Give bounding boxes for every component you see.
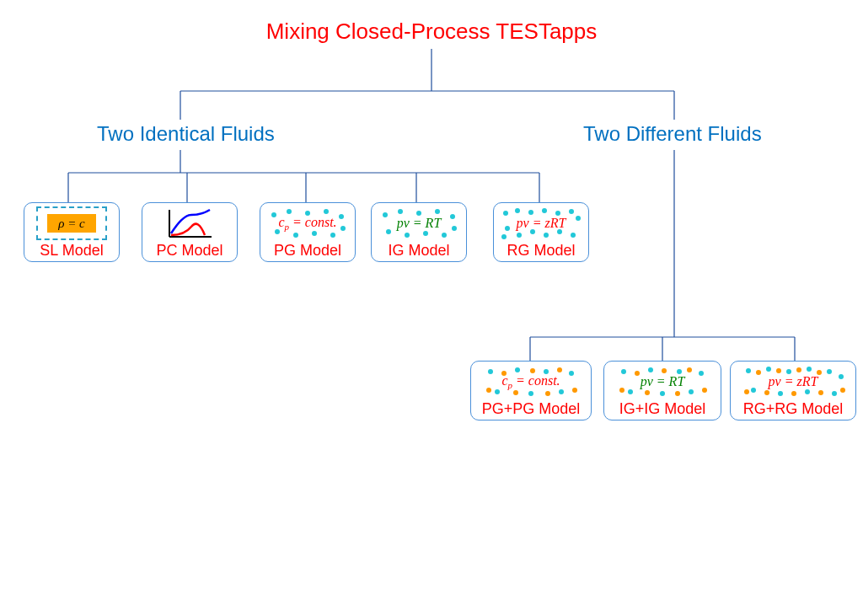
node-sl-model[interactable]: ρ = c SL Model: [24, 202, 120, 262]
svg-point-90: [756, 370, 761, 375]
formula: cp = const.: [278, 215, 336, 232]
svg-point-98: [840, 388, 845, 393]
svg-point-50: [571, 233, 576, 238]
svg-point-36: [442, 233, 447, 238]
svg-point-94: [744, 389, 749, 394]
svg-point-61: [557, 367, 562, 372]
svg-point-70: [628, 389, 633, 394]
formula: pv = zRT: [769, 374, 818, 389]
svg-point-46: [517, 233, 522, 238]
svg-point-88: [805, 389, 810, 394]
svg-point-57: [528, 391, 533, 396]
svg-point-56: [495, 389, 500, 394]
node-label: IG Model: [388, 242, 449, 260]
node-label: PG Model: [274, 242, 341, 260]
pgpg-model-icon: cp = const.: [482, 365, 580, 399]
svg-point-80: [746, 368, 751, 373]
svg-point-51: [501, 234, 507, 239]
svg-point-75: [687, 367, 692, 372]
svg-point-63: [513, 390, 518, 395]
sl-model-icon: ρ = c: [35, 206, 108, 240]
svg-point-31: [435, 209, 440, 214]
diagram-title: Mixing Closed-Process TESTapps: [0, 19, 863, 45]
node-label: RG+RG Model: [743, 400, 844, 418]
svg-point-86: [751, 388, 756, 393]
svg-point-87: [778, 391, 783, 396]
svg-point-40: [528, 210, 533, 215]
svg-point-71: [660, 391, 665, 396]
svg-point-69: [699, 371, 704, 376]
svg-point-81: [766, 367, 771, 372]
svg-point-97: [818, 390, 823, 395]
formula: pv = RT: [641, 374, 685, 389]
svg-point-52: [488, 369, 493, 374]
svg-point-85: [839, 374, 844, 379]
node-label: PG+PG Model: [482, 400, 581, 418]
svg-point-37: [452, 226, 457, 231]
formula: cp = const.: [501, 373, 560, 390]
svg-point-96: [791, 391, 796, 396]
node-pgpg-model[interactable]: cp = const. PG+PG Model: [470, 361, 592, 420]
svg-point-29: [398, 209, 403, 214]
pg-model-icon: cp = const.: [271, 206, 344, 240]
node-label: RG Model: [507, 242, 575, 260]
svg-point-24: [293, 233, 298, 238]
svg-point-65: [572, 388, 577, 393]
svg-point-91: [776, 368, 781, 373]
rgrg-model-icon: pv = zRT: [742, 365, 844, 399]
svg-point-67: [648, 367, 653, 372]
svg-point-55: [569, 371, 574, 376]
svg-point-44: [576, 216, 581, 221]
branch-different-fluids[interactable]: Two Different Fluids: [583, 122, 762, 146]
svg-point-18: [271, 212, 276, 217]
svg-point-74: [662, 368, 667, 373]
svg-point-78: [675, 391, 680, 396]
svg-point-21: [324, 209, 329, 214]
svg-point-34: [405, 233, 410, 238]
svg-point-39: [515, 208, 520, 213]
svg-point-22: [339, 214, 344, 219]
formula: pv = RT: [397, 216, 442, 231]
svg-point-26: [330, 233, 335, 238]
node-label: PC Model: [156, 242, 222, 260]
ig-model-icon: pv = RT: [383, 206, 455, 240]
svg-point-84: [827, 369, 832, 374]
svg-point-66: [621, 369, 626, 374]
svg-point-64: [545, 391, 550, 396]
connector-lines: [0, 0, 863, 616]
svg-point-76: [619, 388, 624, 393]
rg-model-icon: pv = zRT: [505, 206, 577, 240]
svg-point-77: [645, 390, 650, 395]
node-pc-model[interactable]: PC Model: [142, 202, 238, 262]
node-pg-model[interactable]: cp = const. PG Model: [260, 202, 356, 262]
node-rgrg-model[interactable]: pv = zRT RG+RG Model: [730, 361, 856, 420]
svg-point-92: [796, 367, 801, 372]
svg-point-35: [423, 231, 428, 236]
svg-point-62: [486, 388, 491, 393]
node-label: SL Model: [40, 242, 103, 260]
svg-point-72: [689, 389, 694, 394]
svg-point-89: [832, 391, 837, 396]
svg-point-95: [764, 390, 769, 395]
node-igig-model[interactable]: pv = RT IG+IG Model: [603, 361, 721, 420]
svg-point-28: [383, 212, 388, 217]
svg-point-27: [340, 226, 346, 231]
svg-point-53: [515, 367, 520, 372]
formula: pv = zRT: [517, 216, 566, 231]
branch-identical-fluids[interactable]: Two Identical Fluids: [97, 122, 275, 146]
node-ig-model[interactable]: pv = RT IG Model: [371, 202, 467, 262]
svg-point-32: [450, 214, 455, 219]
node-rg-model[interactable]: pv = zRT RG Model: [493, 202, 589, 262]
svg-point-41: [542, 208, 547, 213]
svg-point-45: [505, 226, 510, 231]
svg-point-83: [807, 367, 812, 372]
svg-point-79: [702, 388, 707, 393]
svg-point-43: [569, 209, 574, 214]
igig-model-icon: pv = RT: [615, 365, 710, 399]
svg-point-48: [544, 233, 549, 238]
svg-point-73: [635, 371, 640, 376]
svg-point-19: [287, 209, 292, 214]
svg-point-33: [386, 229, 391, 234]
pc-model-icon: [153, 206, 226, 240]
node-label: IG+IG Model: [619, 400, 706, 418]
